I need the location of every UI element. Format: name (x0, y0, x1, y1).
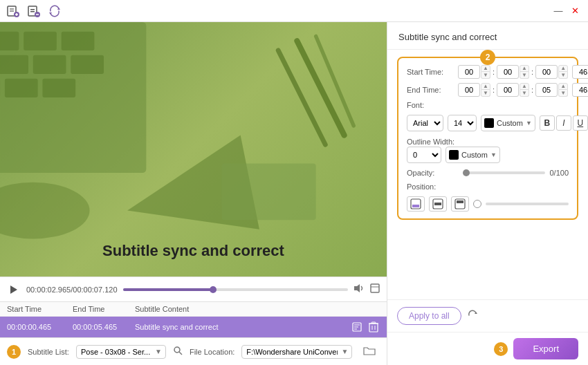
start-ms-input[interactable] (572, 65, 588, 79)
sep1: : (492, 68, 495, 76)
file-path-wrapper: F:\Wondershare UniConverter 13\SubEdi...… (241, 345, 352, 359)
start-sec-up[interactable]: ▲ (558, 65, 568, 72)
position-slider[interactable] (486, 203, 569, 205)
start-sec-input[interactable] (535, 65, 558, 79)
start-sec-down[interactable]: ▼ (558, 72, 568, 79)
position-top-btn[interactable] (407, 196, 425, 212)
export-button[interactable]: Export (513, 338, 578, 359)
position-label: Position: (407, 182, 436, 191)
font-color-select[interactable]: Custom ▼ (481, 115, 535, 131)
start-time-label: Start Time: (407, 68, 455, 76)
progress-thumb (210, 286, 217, 293)
subtitle-select-wrapper: Pose - 03x08 - Ser... ▼ (76, 345, 166, 359)
close-button[interactable]: ✕ (567, 3, 582, 19)
svg-rect-23 (5, 79, 38, 97)
end-ms-input[interactable] (572, 83, 588, 97)
end-time-label: End Time: (407, 86, 455, 94)
font-color-swatch (484, 118, 494, 128)
badge-3: 3 (494, 342, 508, 356)
start-time-spinners: ▲ ▼ : ▲ ▼ : (458, 65, 588, 79)
table-header: Start Time End Time Subtitle Content (0, 302, 387, 317)
svg-rect-7 (30, 9, 35, 10)
row-action-icons (351, 321, 380, 333)
svg-point-30 (0, 182, 90, 239)
outline-value-select[interactable]: 0 (407, 147, 441, 163)
refresh-icon[interactable] (467, 310, 478, 323)
svg-line-45 (179, 352, 182, 355)
position-label-row: Position: (407, 182, 569, 194)
fullscreen-icon[interactable] (370, 283, 380, 295)
font-label: Font: (407, 101, 424, 109)
font-color-arrow: ▼ (526, 120, 532, 127)
start-hour-down[interactable]: ▼ (481, 72, 490, 79)
opacity-slider[interactable] (466, 171, 545, 174)
start-min-down[interactable]: ▼ (520, 72, 529, 79)
start-min-input[interactable] (497, 65, 519, 79)
minimize-button[interactable]: — (551, 3, 566, 19)
end-sec-down[interactable]: ▼ (558, 90, 568, 97)
italic-button[interactable]: I (556, 115, 571, 131)
main-content: Subtitle sync and correct 00:00:02.965/0… (0, 22, 588, 365)
delete-row-icon[interactable] (367, 321, 380, 333)
svg-rect-19 (0, 55, 28, 74)
end-min-spinner: ▲ ▼ (497, 83, 529, 97)
icon-edit[interactable] (26, 3, 42, 19)
end-hour-input[interactable] (458, 83, 480, 97)
outline-color-swatch (449, 150, 459, 160)
row-content: Subtitle sync and correct (135, 323, 351, 331)
outline-label: Outline Width: (407, 138, 454, 146)
start-hour-arrows: ▲ ▼ (481, 65, 490, 79)
end-sec-input[interactable] (535, 83, 558, 97)
start-hour-up[interactable]: ▲ (481, 65, 490, 72)
bold-button[interactable]: B (540, 115, 555, 131)
time-display: 00:00:02.965/00:00:07.120 (26, 286, 118, 294)
search-subtitle-icon[interactable] (173, 346, 183, 357)
position-custom-radio[interactable] (473, 200, 481, 208)
file-path-select[interactable]: F:\Wondershare UniConverter 13\SubEdi... (241, 345, 352, 359)
radio-circle (473, 200, 481, 208)
icon-add-file[interactable] (6, 3, 21, 19)
bottom-bar: 1 Subtitle List: Pose - 03x08 - Ser... ▼… (0, 337, 387, 365)
end-sec-arrows: ▲ ▼ (558, 83, 568, 97)
underline-button[interactable]: U (573, 115, 588, 131)
progress-bar[interactable] (123, 288, 348, 291)
opacity-label: Opacity: (407, 169, 462, 177)
end-hour-spinner: ▲ ▼ (458, 83, 490, 97)
play-button[interactable] (7, 283, 21, 297)
icon-sync[interactable] (47, 3, 62, 19)
start-time-row: Start Time: ▲ ▼ : (407, 65, 569, 79)
outline-color-label: Custom (461, 151, 488, 159)
start-hour-input[interactable] (458, 65, 480, 79)
start-min-up[interactable]: ▲ (520, 65, 529, 72)
end-min-input[interactable] (497, 83, 519, 97)
font-settings-row: Arial 146 Custom ▼ B I U (407, 115, 569, 131)
outline-color-select[interactable]: Custom ▼ (445, 147, 500, 163)
outline-color-arrow: ▼ (490, 151, 497, 158)
position-center-btn[interactable] (429, 196, 447, 212)
right-panel-title: Subtitle sync and correct (387, 22, 588, 50)
font-size-select[interactable]: 146 (448, 115, 477, 131)
opacity-thumb (463, 169, 470, 176)
badge-2: 2 (480, 50, 495, 65)
svg-point-44 (174, 347, 180, 353)
apply-to-all-button[interactable]: Apply to all (397, 307, 461, 325)
end-sec-up[interactable]: ▲ (558, 83, 568, 90)
font-family-select[interactable]: Arial (407, 115, 443, 131)
right-footer: Apply to all (387, 299, 588, 332)
file-location-label: File Location: (190, 348, 235, 356)
svg-rect-51 (457, 200, 463, 203)
subtitle-select[interactable]: Pose - 03x08 - Ser... (76, 345, 166, 359)
edit-row-icon[interactable] (351, 321, 363, 333)
table-row[interactable]: 00:00:00.465 00:00:05.465 Subtitle sync … (0, 317, 387, 337)
start-min-arrows: ▲ ▼ (520, 65, 529, 79)
subtitle-table: Start Time End Time Subtitle Content 00:… (0, 301, 387, 337)
volume-icon[interactable] (353, 283, 365, 295)
svg-rect-41 (371, 322, 376, 324)
end-min-up[interactable]: ▲ (520, 83, 529, 90)
end-hour-down[interactable]: ▼ (481, 90, 490, 97)
position-bottom-btn[interactable] (451, 196, 469, 212)
end-hour-up[interactable]: ▲ (481, 83, 490, 90)
folder-icon[interactable] (363, 346, 376, 357)
header-end-time: End Time (73, 305, 135, 313)
end-min-down[interactable]: ▼ (520, 90, 529, 97)
